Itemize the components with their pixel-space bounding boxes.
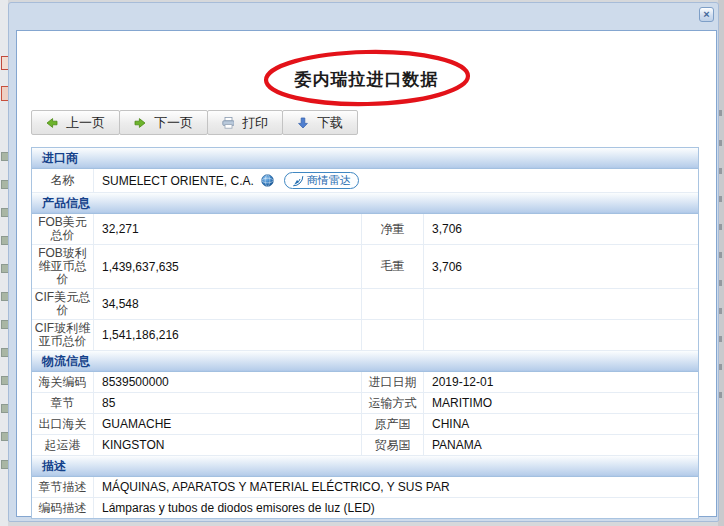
field-label: FOB玻利维亚币总价 — [32, 245, 94, 288]
dialog-content-panel: 委内瑞拉进口数据 上一页 下一页 — [16, 30, 717, 517]
table-row: 编码描述 Lámparas y tubos de diodos emisores… — [32, 498, 698, 518]
section-header-product: 产品信息 — [32, 193, 698, 214]
prev-page-button[interactable]: 上一页 — [31, 110, 120, 135]
table-row: FOB玻利维亚币总价 1,439,637,635 毛重 3,706 — [32, 245, 698, 289]
field-value: 1,439,637,635 — [94, 245, 362, 288]
download-label: 下载 — [317, 114, 343, 132]
section-header-logistics: 物流信息 — [32, 351, 698, 372]
field-label: 出口海关 — [32, 414, 94, 434]
background-text-fragment — [719, 224, 722, 230]
field-value: GUAMACHE — [94, 414, 362, 434]
table-row: 章节 85 运输方式 MARITIMO — [32, 393, 698, 414]
background-text-fragment — [719, 252, 722, 258]
field-value: 8539500000 — [94, 372, 362, 392]
table-row: FOB美元总价 32,271 净重 3,706 — [32, 214, 698, 245]
print-button[interactable]: 打印 — [207, 110, 283, 135]
field-label: 章节描述 — [32, 477, 94, 497]
background-text-fragment — [719, 196, 722, 202]
field-label: 原产国 — [362, 414, 424, 434]
arrow-left-icon — [46, 117, 58, 129]
background-text-fragment — [719, 308, 722, 314]
field-label: CIF美元总价 — [32, 289, 94, 319]
background-text-fragment — [719, 336, 722, 342]
field-label: 毛重 — [362, 245, 424, 288]
field-value: 3,706 — [424, 214, 698, 244]
section-header-importer: 进口商 — [32, 148, 698, 169]
field-label: 运输方式 — [362, 393, 424, 413]
background-text-fragment — [719, 280, 722, 286]
field-label — [362, 289, 424, 319]
field-value: 34,548 — [94, 289, 362, 319]
radar-icon — [292, 175, 304, 187]
field-value: MARITIMO — [424, 393, 698, 413]
background-text-fragment — [719, 392, 722, 398]
section-header-description: 描述 — [32, 456, 698, 477]
printer-icon — [222, 117, 234, 129]
prev-page-label: 上一页 — [66, 114, 105, 132]
field-label — [362, 320, 424, 350]
field-value: KINGSTON — [94, 435, 362, 455]
globe-icon[interactable] — [261, 174, 274, 187]
field-label: CIF玻利维亚币总价 — [32, 320, 94, 350]
field-label: 章节 — [32, 393, 94, 413]
field-label: 起运港 — [32, 435, 94, 455]
field-label: 名称 — [32, 169, 94, 192]
pager-toolbar: 上一页 下一页 打印 — [31, 110, 358, 135]
arrow-right-icon — [134, 117, 146, 129]
importer-name: SUMELECT ORIENTE, C.A. — [102, 174, 254, 188]
field-value: 1,541,186,216 — [94, 320, 362, 350]
field-value: Lámparas y tubos de diodos emisores de l… — [94, 498, 698, 518]
field-label: 编码描述 — [32, 498, 94, 518]
import-data-dialog: × 委内瑞拉进口数据 上一页 下一页 — [8, 2, 719, 522]
dialog-titlebar[interactable]: × — [9, 3, 718, 29]
field-value: 32,271 — [94, 214, 362, 244]
field-value: PANAMA — [424, 435, 698, 455]
table-row: CIF美元总价 34,548 — [32, 289, 698, 320]
field-label: 净重 — [362, 214, 424, 244]
table-row: 章节描述 MÁQUINAS, APARATOS Y MATERIAL ELÉCT… — [32, 477, 698, 498]
field-label: 进口日期 — [362, 372, 424, 392]
field-value — [424, 289, 698, 319]
field-value: MÁQUINAS, APARATOS Y MATERIAL ELÉCTRICO,… — [94, 477, 698, 497]
download-button[interactable]: 下载 — [282, 110, 358, 135]
background-text-fragment — [719, 140, 722, 146]
field-value — [424, 320, 698, 350]
table-row: 名称 SUMELECT ORIENTE, C.A. — [32, 169, 698, 193]
field-label: 海关编码 — [32, 372, 94, 392]
background-text-fragment — [719, 364, 722, 370]
field-value: 3,706 — [424, 245, 698, 288]
field-label: FOB美元总价 — [32, 214, 94, 244]
table-row: 出口海关 GUAMACHE 原产国 CHINA — [32, 414, 698, 435]
background-text-fragment — [719, 168, 722, 174]
radar-badge-label: 商情雷达 — [307, 173, 351, 188]
field-label: 贸易国 — [362, 435, 424, 455]
background-page-left-edge — [0, 0, 8, 526]
close-icon[interactable]: × — [699, 7, 714, 22]
table-row: 海关编码 8539500000 进口日期 2019-12-01 — [32, 372, 698, 393]
next-page-button[interactable]: 下一页 — [119, 110, 208, 135]
field-value: 2019-12-01 — [424, 372, 698, 392]
page-title: 委内瑞拉进口数据 — [17, 68, 716, 91]
import-record-table: 进口商 名称 SUMELECT ORIENTE, C.A. — [31, 147, 699, 519]
business-radar-badge[interactable]: 商情雷达 — [284, 172, 359, 189]
field-value: SUMELECT ORIENTE, C.A. — [94, 169, 698, 192]
print-label: 打印 — [242, 114, 268, 132]
field-value: 85 — [94, 393, 362, 413]
field-value: CHINA — [424, 414, 698, 434]
background-text-fragment — [719, 110, 722, 116]
table-row: 起运港 KINGSTON 贸易国 PANAMA — [32, 435, 698, 456]
next-page-label: 下一页 — [154, 114, 193, 132]
arrow-down-icon — [297, 117, 309, 129]
table-row: CIF玻利维亚币总价 1,541,186,216 — [32, 320, 698, 351]
